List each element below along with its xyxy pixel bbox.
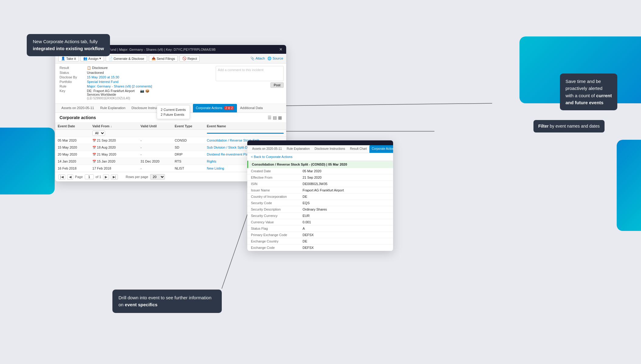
valid-from-filter-select[interactable]: All <box>92 131 105 136</box>
tab-rule-explanation[interactable]: Rule Explanation <box>97 104 129 112</box>
tab-assets[interactable]: Assets on 2020-05-11 <box>58 104 97 112</box>
page-label: Page <box>75 175 83 179</box>
portfolio-value[interactable]: Special Interest Fund <box>87 80 118 84</box>
next-page-button[interactable]: ▶ <box>103 174 109 180</box>
detail-row-created-date: Created Date 05 Mar 2020 <box>247 168 393 174</box>
back-to-corp-actions-link[interactable]: < Back to Corporate Actions <box>247 153 393 161</box>
detail-row-exchange-country: Exchange Country DE <box>247 238 393 245</box>
tab-corporate-actions[interactable]: Corporate Actions 2 🗓 2 <box>193 104 237 112</box>
assign-icon: 👥 <box>83 57 87 60</box>
detail-titlebar <box>247 140 393 145</box>
comment-input[interactable]: Add a comment to this incident <box>216 66 284 81</box>
future-events-label: 2 Future Events <box>161 112 186 117</box>
detail-tab-rule[interactable]: Rule Explanation <box>284 145 312 153</box>
disclose-by-value[interactable]: 15 May 2020 at 15:30 <box>87 75 119 79</box>
detail-tab-result-chart[interactable]: Result Chart <box>348 145 369 153</box>
generate-disclose-button[interactable]: 📄 Generate & Disclose <box>106 55 147 62</box>
col-event-name: Event Name <box>204 123 286 130</box>
svg-line-1 <box>286 103 492 106</box>
tooltip-new-listing: New Corporate Actions tab, fully integra… <box>27 34 110 56</box>
detail-row-issuer-name: Issuer Name Fraport AG Frankfurt Airport <box>247 187 393 194</box>
detail-row-security-currency: Security Currency EUR <box>247 213 393 219</box>
cell-valid-until: - <box>138 137 172 144</box>
detail-event-title: Consolidation / Reverse Stock Split - (C… <box>247 161 393 168</box>
cell-sort <box>131 144 138 151</box>
event-link[interactable]: Rights <box>207 160 216 163</box>
send-filings-button[interactable]: 📤 Send Filings <box>149 55 178 62</box>
detail-tab-assets[interactable]: Assets on 2020-05-11 <box>250 145 284 153</box>
cell-sort <box>131 151 138 158</box>
last-page-button[interactable]: ▶| <box>111 174 118 180</box>
detail-row-isin: ISIN DE00B02L3W35 <box>247 181 393 187</box>
table-filter-row: All <box>55 130 286 137</box>
detail-tabs: Assets on 2020-05-11 Rule Explanation Di… <box>247 145 393 153</box>
post-button[interactable]: Post <box>270 82 284 88</box>
key-icons: 📷 📦 <box>140 89 149 93</box>
assign-button[interactable]: 👥 Assign ▾ <box>81 55 104 62</box>
source-link[interactable]: 🌐 Source <box>267 57 283 60</box>
event-link[interactable]: Dividend Re-investment Plan <box>207 153 250 156</box>
cell-event-date: 15 May 2020 <box>55 144 90 151</box>
current-events-label: 2 Current Events <box>161 107 186 112</box>
comment-section: Add a comment to this incident Post <box>213 64 286 104</box>
tooltip-filter: Filter by event names and dates <box>533 120 605 132</box>
generate-icon: 📄 <box>108 57 113 60</box>
event-link-new-listing[interactable]: New Listing <box>207 167 224 170</box>
col-sort <box>131 123 138 130</box>
portfolio-row: Portfolio Special Interest Fund <box>60 80 209 84</box>
card-view-icon[interactable]: ▦ <box>278 115 282 120</box>
tab-additional-data[interactable]: Additional Data <box>237 104 266 112</box>
grid-view-icon[interactable]: ▤ <box>273 115 277 120</box>
cell-valid-until: 31 Dec 2020 <box>138 158 172 165</box>
tooltip-drilldown: Drill down into event to see further inf… <box>112 290 222 313</box>
table-header-row: Event Date Valid From ↓ Valid Until Even… <box>55 123 286 130</box>
window-close-button[interactable]: ✕ <box>279 47 283 52</box>
cell-valid-until: - <box>138 144 172 151</box>
rows-per-page-label: Rows per page <box>126 175 148 179</box>
person-icon: 👤 <box>61 57 65 60</box>
cell-valid-from: 📅18 Aug 2020 <box>90 144 131 151</box>
status-row: Status Unactioned <box>60 71 209 74</box>
cell-event-type: RTS <box>172 158 204 165</box>
take-it-button[interactable]: 👤 Take it <box>58 55 79 62</box>
blue-shape-left <box>0 128 55 194</box>
cell-valid-until: - <box>138 151 172 158</box>
detail-row-security-desc: Security Description Ordinary Shares <box>247 206 393 213</box>
cell-valid-from: 📅21 May 2020 <box>90 151 131 158</box>
corp-actions-title: Corporate actions <box>60 115 96 120</box>
first-page-button[interactable]: |◀ <box>58 174 65 180</box>
col-valid-until: Valid Until <box>138 123 172 130</box>
detail-row-effective-from: Effective From 21 Sep 2020 <box>247 174 393 181</box>
cell-event-type: DRIP <box>172 151 204 158</box>
cell-event-type: SD <box>172 144 204 151</box>
cell-event-date: 16 Feb 2018 <box>55 165 90 172</box>
reject-button[interactable]: 🚫 Reject <box>180 55 200 62</box>
filter-event-name <box>204 130 286 137</box>
list-view-icon[interactable]: ☰ <box>268 115 272 120</box>
key-row: Key DE: Fraport AG Frankfurt Airport Ser… <box>60 89 209 100</box>
cell-valid-until: - <box>138 165 172 172</box>
filter-sort <box>131 130 138 137</box>
detail-tab-disclosure[interactable]: Disclosure Instructions <box>312 145 348 153</box>
disclosure-icon: 📋 <box>87 66 91 70</box>
detail-row-primary-exchange: Primary Exchange Code DEFSX <box>247 232 393 238</box>
attach-icon: 📎 <box>250 57 255 60</box>
detail-row-exchange-code: Exchange Code DEFSX <box>247 245 393 251</box>
cell-valid-from: 17 Feb 2018 <box>90 165 131 172</box>
disclose-by-row: Disclose By 15 May 2020 at 15:30 <box>60 75 209 79</box>
detail-row-security-code: Security Code EQS <box>247 200 393 206</box>
filter-event-date <box>55 130 90 137</box>
cell-event-date: 05 Mar 2020 <box>55 137 90 144</box>
rows-per-page-select[interactable]: 20 50 100 <box>150 174 165 180</box>
page-input[interactable] <box>85 174 94 179</box>
prev-page-button[interactable]: ◀ <box>67 174 73 180</box>
rule-value[interactable]: Major: Germany - Shares (v9) [2 comments… <box>87 84 152 88</box>
attach-link[interactable]: 📎 Attach <box>250 57 265 60</box>
detail-tab-corp-actions[interactable]: Corporate Actions 2 🗓 2 <box>369 145 393 153</box>
cell-event-type: NLIST <box>172 165 204 172</box>
send-icon: 📤 <box>152 57 156 60</box>
detail-row-currency-value: Currency Value 0.001 <box>247 219 393 225</box>
detail-window: Assets on 2020-05-11 Rule Explanation Di… <box>247 140 393 251</box>
meta-section: Result 📋 Disclosure Status Unactioned Di… <box>55 64 213 104</box>
col-event-date: Event Date <box>55 123 90 130</box>
